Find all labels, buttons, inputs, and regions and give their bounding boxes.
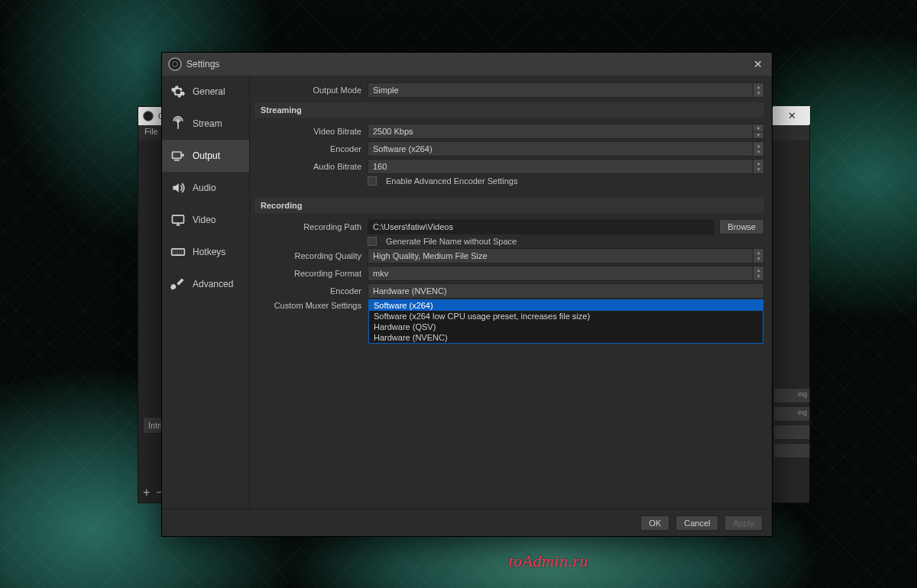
svg-point-0 bbox=[177, 120, 180, 122]
sidebar-item-audio[interactable]: Audio bbox=[162, 172, 249, 204]
cancel-button[interactable]: Cancel bbox=[676, 515, 718, 531]
menu-file[interactable]: File bbox=[144, 127, 158, 139]
recording-section-header: Recording bbox=[254, 198, 764, 213]
obs-main-close-button[interactable]: ✕ bbox=[773, 106, 810, 124]
antenna-icon bbox=[170, 115, 186, 132]
recording-path-label: Recording Path bbox=[254, 222, 368, 231]
output-icon bbox=[170, 147, 186, 164]
sidebar-item-label: Stream bbox=[193, 118, 222, 129]
settings-window: Settings ✕ General Stream Outp bbox=[161, 52, 773, 537]
encoder-option-x264[interactable]: Software (x264) bbox=[369, 300, 763, 311]
obs-icon bbox=[143, 111, 154, 121]
filename-no-space-label: Generate File Name without Space bbox=[386, 237, 517, 246]
encoder-option-x264-lowcpu[interactable]: Software (x264 low CPU usage preset, inc… bbox=[369, 311, 763, 321]
recording-encoder-dropdown: Software (x264) Software (x264 low CPU u… bbox=[368, 299, 763, 344]
recording-format-label: Recording Format bbox=[254, 269, 368, 278]
chevron-updown-icon: ▴▾ bbox=[753, 142, 763, 156]
sidebar-item-label: General bbox=[193, 86, 225, 97]
audio-bitrate-label: Audio Bitrate bbox=[254, 162, 368, 171]
back-right-btn-3[interactable] bbox=[773, 425, 810, 440]
obs-icon bbox=[168, 57, 182, 71]
recording-format-select[interactable]: mkv ▴▾ bbox=[368, 266, 764, 281]
recording-quality-label: Recording Quality bbox=[254, 251, 368, 260]
sidebar-item-video[interactable]: Video bbox=[162, 204, 249, 236]
chevron-updown-icon: ▴▾ bbox=[753, 267, 763, 280]
recording-encoder-select[interactable]: Hardware (NVENC) Software (x264) Softwar… bbox=[368, 283, 764, 299]
chevron-updown-icon: ▴▾ bbox=[753, 83, 763, 97]
enable-advanced-encoder-checkbox[interactable] bbox=[368, 176, 377, 186]
settings-footer: OK Cancel Apply bbox=[162, 509, 772, 536]
settings-main-panel: Output Mode Simple ▴▾ Streaming Video Bi… bbox=[250, 76, 772, 509]
browse-button[interactable]: Browse bbox=[719, 219, 764, 234]
svg-rect-3 bbox=[173, 215, 184, 223]
enable-advanced-encoder-label: Enable Advanced Encoder Settings bbox=[386, 176, 517, 186]
recording-encoder-label: Encoder bbox=[254, 286, 368, 296]
watermark-text: toAdmin.ru bbox=[508, 551, 588, 571]
scene-add-remove: + − bbox=[143, 486, 164, 499]
video-bitrate-label: Video Bitrate bbox=[254, 127, 368, 136]
output-mode-select[interactable]: Simple ▴▾ bbox=[368, 82, 764, 98]
sidebar-item-label: Advanced bbox=[193, 279, 233, 289]
output-mode-label: Output Mode bbox=[254, 86, 368, 95]
recording-path-input[interactable]: C:\Users\fatiw\Videos bbox=[368, 219, 714, 234]
ok-button[interactable]: OK bbox=[640, 515, 669, 531]
spinner-down-icon[interactable]: ▼ bbox=[753, 132, 763, 139]
apply-button[interactable]: Apply bbox=[724, 515, 763, 531]
filename-no-space-checkbox[interactable] bbox=[368, 237, 377, 246]
gear-icon bbox=[170, 83, 186, 100]
svg-rect-2 bbox=[174, 160, 180, 161]
back-right-btn-2[interactable]: ing bbox=[773, 406, 810, 422]
sidebar-item-stream[interactable]: Stream bbox=[162, 108, 249, 140]
sidebar-item-general[interactable]: General bbox=[162, 76, 249, 108]
speaker-icon bbox=[170, 179, 186, 196]
custom-muxer-label: Custom Muxer Settings bbox=[254, 301, 368, 310]
streaming-encoder-select[interactable]: Software (x264) ▴▾ bbox=[368, 141, 764, 157]
spinner-up-icon[interactable]: ▲ bbox=[753, 124, 763, 132]
video-bitrate-spinner[interactable]: 2500 Kbps ▲▼ bbox=[368, 124, 764, 139]
settings-sidebar: General Stream Output Audio bbox=[162, 76, 250, 509]
add-scene-button[interactable]: + bbox=[143, 486, 150, 499]
settings-titlebar: Settings ✕ bbox=[162, 53, 772, 76]
streaming-encoder-label: Encoder bbox=[254, 144, 368, 153]
svg-rect-1 bbox=[173, 152, 182, 158]
sidebar-item-label: Audio bbox=[193, 183, 216, 193]
sidebar-item-hotkeys[interactable]: Hotkeys bbox=[162, 236, 249, 268]
encoder-option-qsv[interactable]: Hardware (QSV) bbox=[369, 321, 763, 332]
sidebar-item-label: Hotkeys bbox=[193, 247, 225, 257]
back-right-btn-1[interactable]: ing bbox=[773, 388, 810, 403]
sidebar-item-advanced[interactable]: Advanced bbox=[162, 268, 249, 300]
chevron-updown-icon: ▴▾ bbox=[753, 160, 763, 173]
settings-title: Settings bbox=[186, 59, 219, 69]
settings-close-button[interactable]: ✕ bbox=[744, 53, 772, 76]
audio-bitrate-select[interactable]: 160 ▴▾ bbox=[368, 159, 764, 174]
sidebar-item-label: Output bbox=[193, 150, 220, 161]
chevron-updown-icon: ▴▾ bbox=[753, 249, 763, 263]
svg-rect-4 bbox=[172, 249, 185, 255]
encoder-option-nvenc[interactable]: Hardware (NVENC) bbox=[369, 332, 763, 343]
monitor-icon bbox=[170, 212, 186, 228]
streaming-section-header: Streaming bbox=[254, 102, 764, 118]
sidebar-item-label: Video bbox=[193, 215, 215, 225]
back-right-btn-4[interactable] bbox=[773, 443, 810, 458]
tools-icon bbox=[170, 276, 186, 292]
sidebar-item-output[interactable]: Output bbox=[162, 140, 249, 172]
recording-quality-select[interactable]: High Quality, Medium File Size ▴▾ bbox=[368, 248, 764, 263]
keyboard-icon bbox=[170, 244, 186, 260]
